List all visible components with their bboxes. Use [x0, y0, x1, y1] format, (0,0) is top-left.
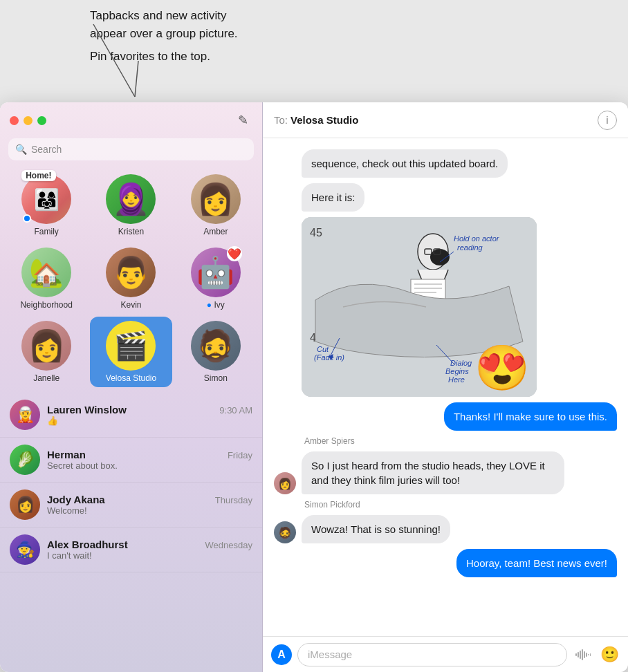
- svg-text:Cut: Cut: [317, 345, 329, 353]
- svg-rect-32: [590, 653, 591, 656]
- close-button[interactable]: [10, 116, 19, 125]
- app-window: ✎ 🔍 Search 👨‍👩‍👧 Home! Family: [0, 102, 628, 672]
- avatar-neighborhood: 🏡: [21, 248, 71, 297]
- input-area: A iMessage 🙂: [263, 636, 628, 672]
- msg-incoming-hereit: Here it is:: [274, 183, 617, 212]
- avatar-wrap-neighborhood: 🏡: [21, 248, 71, 297]
- msg-outgoing-hooray: Hooray, team! Best news ever!: [274, 549, 617, 577]
- msg-bubble-hooray: Hooray, team! Best news ever!: [456, 549, 617, 577]
- chat-info-button[interactable]: i: [598, 111, 617, 130]
- sidebar: ✎ 🔍 Search 👨‍👩‍👧 Home! Family: [0, 102, 263, 672]
- pinned-contacts-grid: 👨‍👩‍👧 Home! Family 🧕 Kristen: [0, 167, 262, 393]
- avatar-janelle: 👩: [21, 321, 71, 371]
- msg-avatar-simon: 🧔: [274, 521, 296, 543]
- compose-button[interactable]: ✎: [233, 111, 252, 130]
- conv-avatar-jody: 👩: [10, 489, 40, 520]
- pinned-item-simon[interactable]: 🧔 Simon: [175, 317, 257, 387]
- conv-avatar-lauren: 🧝: [10, 400, 40, 430]
- msg-bubble-hereit: Here it is:: [302, 183, 364, 212]
- avatar-kristen: 🧕: [106, 174, 156, 224]
- conv-header-jody: Jody Akana Thursday: [47, 494, 252, 505]
- messages-area: sequence, check out this updated board. …: [263, 138, 628, 636]
- home-badge: Home!: [21, 170, 55, 181]
- conv-time-alex: Wednesday: [205, 540, 252, 550]
- svg-rect-26: [578, 652, 579, 657]
- conv-name-jody: Jody Akana: [47, 494, 105, 505]
- avatar-wrap-kevin: 👨: [106, 248, 156, 297]
- msg-outgoing-thanks: Thanks! I'll make sure to use this.: [274, 402, 617, 431]
- audio-button[interactable]: [573, 644, 593, 665]
- avatar-wrap-amber: 👩: [191, 174, 241, 224]
- pinned-item-velosa[interactable]: 🎬 Velosa Studio: [90, 317, 172, 387]
- pinned-item-kevin[interactable]: 👨 Kevin: [90, 243, 172, 314]
- chat-header: To: Velosa Studio i: [263, 102, 628, 138]
- svg-text:45: 45: [310, 227, 322, 239]
- family-status-dot: [23, 214, 31, 223]
- avatar-wrap-kristen: 🧕: [106, 174, 156, 224]
- emoji-overlay: 😍: [474, 346, 530, 390]
- avatar-wrap-ivy: 🤖 ❤️: [191, 248, 241, 297]
- emoji-button[interactable]: 🙂: [599, 644, 620, 665]
- conv-header-alex: Alex Broadhurst Wednesday: [47, 539, 252, 550]
- conv-time-herman: Friday: [228, 450, 252, 460]
- conv-item-jody[interactable]: 👩 Jody Akana Thursday Welcome!: [0, 483, 262, 528]
- svg-rect-27: [580, 651, 581, 659]
- avatar-velosa: 🎬: [106, 321, 156, 371]
- msg-bubble-sequence: sequence, check out this updated board.: [302, 149, 508, 178]
- svg-text:reading: reading: [457, 243, 483, 252]
- conv-item-herman[interactable]: 🥬 Herman Friday Secret about box.: [0, 438, 262, 483]
- pinned-item-neighborhood[interactable]: 🏡 Neighborhood: [6, 243, 87, 314]
- sender-label-amber: Amber Spiers: [304, 436, 617, 446]
- svg-rect-31: [588, 654, 589, 655]
- msg-avatar-amber: 👩: [274, 472, 296, 494]
- msg-bubble-amber: So I just heard from the studio heads, t…: [302, 451, 564, 494]
- pinned-label-kristen: Kristen: [118, 227, 144, 236]
- pinned-label-neighborhood: Neighborhood: [20, 300, 72, 310]
- pinned-item-janelle[interactable]: 👩 Janelle: [6, 317, 87, 387]
- avatar-simon: 🧔: [191, 321, 241, 371]
- search-icon: 🔍: [15, 144, 27, 155]
- svg-text:Hold on actor: Hold on actor: [454, 234, 500, 243]
- pinned-label-ivy: ● Ivy: [207, 300, 225, 310]
- conv-avatar-alex: 🧙: [10, 534, 40, 565]
- search-bar[interactable]: 🔍 Search: [8, 138, 254, 160]
- chat-area: To: Velosa Studio i sequence, check out …: [263, 102, 628, 672]
- conv-preview-lauren: 👍: [47, 416, 252, 426]
- pinned-label-kevin: Kevin: [120, 300, 141, 310]
- chat-recipient: Velosa Studio: [290, 114, 358, 126]
- storyboard-image: 45 46: [302, 217, 537, 397]
- avatar-wrap-simon: 🧔: [191, 321, 241, 371]
- pinned-item-family[interactable]: 👨‍👩‍👧 Home! Family: [6, 170, 87, 241]
- msg-incoming-sequence: sequence, check out this updated board.: [274, 149, 617, 178]
- annotation-line2: appear over a group picture.: [90, 25, 436, 43]
- pinned-item-amber[interactable]: 👩 Amber: [175, 170, 257, 241]
- app-store-button[interactable]: A: [271, 644, 292, 665]
- conv-name-alex: Alex Broadhurst: [47, 539, 128, 550]
- maximize-button[interactable]: [37, 116, 46, 125]
- conv-item-lauren[interactable]: 🧝 Lauren Winslow 9:30 AM 👍: [0, 393, 262, 438]
- pinned-item-kristen[interactable]: 🧕 Kristen: [90, 170, 172, 241]
- conv-name-herman: Herman: [47, 449, 86, 460]
- conv-item-alex[interactable]: 🧙 Alex Broadhurst Wednesday I can't wait…: [0, 528, 262, 572]
- svg-text:Dialog: Dialog: [450, 359, 472, 367]
- pinned-label-simon: Simon: [204, 373, 228, 383]
- annotation-line1: Tapbacks and new activity: [90, 7, 436, 25]
- avatar-kevin: 👨: [106, 248, 156, 297]
- msg-bubble-thanks: Thanks! I'll make sure to use this.: [444, 402, 617, 431]
- svg-rect-29: [584, 651, 585, 658]
- pinned-label-family: Family: [34, 227, 58, 236]
- message-input[interactable]: iMessage: [297, 643, 567, 666]
- titlebar: ✎: [0, 102, 262, 138]
- pinned-item-ivy[interactable]: 🤖 ❤️ ● Ivy: [175, 243, 257, 314]
- conv-time-jody: Thursday: [215, 495, 252, 505]
- svg-rect-28: [582, 649, 583, 660]
- conv-header-herman: Herman Friday: [47, 449, 252, 460]
- conv-preview-herman: Secret about box.: [47, 460, 252, 471]
- conv-time-lauren: 9:30 AM: [219, 405, 252, 416]
- minimize-button[interactable]: [24, 116, 33, 125]
- traffic-lights: [10, 116, 46, 125]
- svg-text:Begins: Begins: [445, 367, 469, 375]
- conv-preview-alex: I can't wait!: [47, 550, 252, 561]
- svg-rect-30: [586, 653, 587, 657]
- conv-content-alex: Alex Broadhurst Wednesday I can't wait!: [47, 539, 252, 561]
